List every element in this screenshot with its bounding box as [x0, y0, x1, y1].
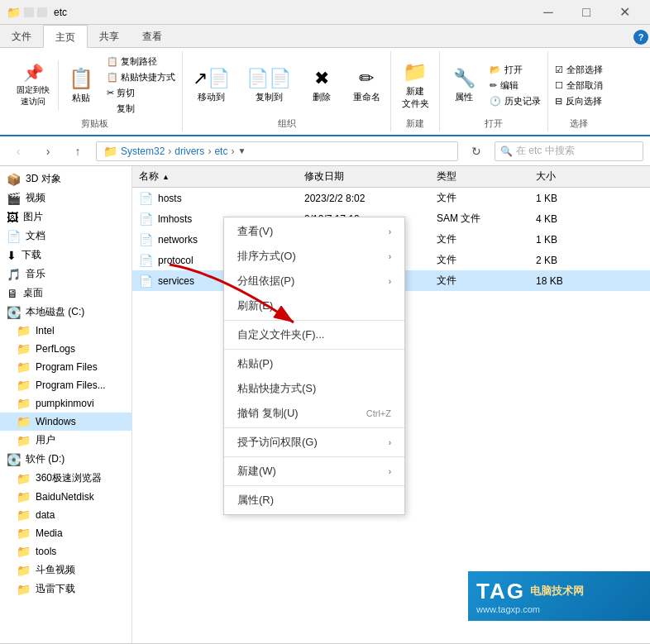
up-button[interactable]: ↑	[66, 140, 89, 163]
3d-icon: 📦	[7, 173, 21, 186]
sidebar-item-drive-c[interactable]: 💽 本地磁盘 (C:)	[0, 303, 131, 322]
path-dropdown-icon[interactable]: ▼	[237, 146, 246, 155]
minimize-button[interactable]: ─	[529, 0, 567, 25]
folder-data-icon: 📁	[17, 508, 31, 522]
folder-programfiles-icon: 📁	[17, 360, 31, 374]
sidebar-item-pictures[interactable]: 🖼 图片	[0, 208, 131, 227]
ctx-customize[interactable]: 自定义文件夹(F)...	[224, 322, 404, 347]
select-none-button[interactable]: ☐ 全部取消	[552, 79, 606, 93]
rename-button[interactable]: ✏ 重命名	[346, 64, 387, 107]
cut-button[interactable]: ✂ 剪切	[103, 86, 179, 100]
back-button[interactable]: ‹	[7, 140, 30, 163]
ctx-sort[interactable]: 排序方式(O) ›	[224, 244, 404, 269]
context-menu: 查看(V) › 排序方式(O) › 分组依据(P) › 刷新(E) 自定义文件夹…	[223, 217, 405, 515]
copy-to-button[interactable]: 📄📄 复制到	[240, 64, 298, 107]
file-icon: 📄	[139, 233, 153, 246]
sidebar-item-drive-d[interactable]: 💽 软件 (D:)	[0, 450, 131, 469]
sidebar-item-users[interactable]: 📁 用户	[0, 431, 131, 450]
sidebar-item-douyu[interactable]: 📁 斗鱼视频	[0, 561, 131, 580]
ribbon-group-new: 📁 新建 文件夹 新建	[391, 51, 440, 131]
tab-file[interactable]: 文件	[0, 25, 43, 47]
sidebar-item-downloads[interactable]: ⬇ 下载	[0, 246, 131, 265]
downloads-icon: ⬇	[7, 249, 17, 262]
ctx-refresh[interactable]: 刷新(E)	[224, 293, 404, 318]
sidebar-item-documents[interactable]: 📄 文档	[0, 227, 131, 246]
table-row[interactable]: 📄 hosts 2023/2/2 8:02 文件 1 KB	[132, 188, 650, 208]
move-to-button[interactable]: ↗📄 移动到	[186, 64, 237, 107]
sidebar-item-perflogs[interactable]: 📁 PerfLogs	[0, 340, 131, 358]
ctx-new[interactable]: 新建(W) ›	[224, 459, 404, 484]
sidebar-item-data[interactable]: 📁 data	[0, 506, 131, 524]
sidebar-item-video[interactable]: 🎬 视频	[0, 188, 131, 208]
folder-media-icon: 📁	[17, 527, 31, 540]
ctx-paste-shortcut[interactable]: 粘贴快捷方式(S)	[224, 376, 404, 401]
pin-to-quick-access-button[interactable]: 📌 固定到快 速访问	[10, 60, 56, 111]
sidebar-item-media[interactable]: 📁 Media	[0, 524, 131, 542]
tab-view[interactable]: 查看	[131, 25, 174, 47]
ctx-arrow-icon: ›	[389, 252, 391, 261]
ctx-paste[interactable]: 粘贴(P)	[224, 351, 404, 376]
tab-home[interactable]: 主页	[43, 25, 88, 48]
file-date: 2023/2/2 8:02	[298, 191, 430, 206]
sidebar-item-3d[interactable]: 📦 3D 对象	[0, 169, 131, 188]
tag-site-name: 电脑技术网	[530, 584, 584, 599]
sidebar-item-music[interactable]: 🎵 音乐	[0, 265, 131, 284]
sidebar-item-programfiles[interactable]: 📁 Program Files	[0, 358, 131, 376]
sidebar-item-baidu[interactable]: 📁 BaiduNetdisk	[0, 488, 131, 506]
sidebar-item-tools[interactable]: 📁 tools	[0, 542, 131, 561]
help-button[interactable]: ?	[633, 30, 648, 45]
path-part-etc[interactable]: etc	[214, 145, 227, 157]
path-part-system32[interactable]: System32	[121, 145, 165, 157]
refresh-button[interactable]: ↻	[465, 140, 488, 163]
copy-button[interactable]: 复制	[103, 102, 179, 116]
select-all-icon: ☑	[555, 64, 563, 75]
address-path[interactable]: 📁 System32 › drivers › etc › ▼	[96, 141, 458, 161]
sidebar-item-windows[interactable]: 📁 Windows	[0, 413, 131, 431]
edit-button[interactable]: ✏ 编辑	[486, 79, 544, 93]
path-part-drivers[interactable]: drivers	[174, 145, 204, 157]
file-icon: 📄	[139, 254, 153, 267]
sidebar-item-desktop[interactable]: 🖥 桌面	[0, 284, 131, 303]
invert-selection-button[interactable]: ⊟ 反向选择	[552, 94, 606, 108]
title-bar-title: etc	[54, 7, 529, 18]
open-button[interactable]: 📂 打开	[486, 63, 544, 77]
maximize-button[interactable]: □	[567, 0, 605, 25]
copy-to-icon: 📄📄	[246, 68, 291, 89]
sidebar-item-360[interactable]: 📁 360极速浏览器	[0, 469, 131, 488]
ctx-properties[interactable]: 属性(R)	[224, 488, 404, 513]
properties-button[interactable]: 🔧 属性	[443, 64, 485, 107]
new-folder-button[interactable]: 📁 新建 文件夹	[394, 57, 436, 113]
ctx-group[interactable]: 分组依据(P) ›	[224, 269, 404, 293]
forward-button[interactable]: ›	[36, 140, 60, 163]
folder-windows-icon: 📁	[17, 415, 31, 428]
close-button[interactable]: ✕	[605, 0, 643, 25]
history-icon: 🕐	[490, 96, 501, 107]
col-header-date[interactable]: 修改日期	[298, 168, 430, 185]
ribbon-tabs: 文件 主页 共享 查看 ?	[0, 25, 650, 48]
sidebar-item-xunlei[interactable]: 📁 迅雷下载	[0, 580, 131, 599]
delete-icon: ✖	[314, 68, 329, 89]
paste-button[interactable]: 📋 粘贴	[60, 64, 102, 107]
ctx-view[interactable]: 查看(V) ›	[224, 219, 404, 244]
paste-shortcut-button[interactable]: 📋 粘贴快捷方式	[103, 70, 179, 84]
folder-xunlei-icon: 📁	[17, 583, 31, 596]
file-icon: 📄	[139, 274, 153, 288]
folder-users-icon: 📁	[17, 434, 31, 447]
drive-c-icon: 💽	[7, 306, 21, 319]
sidebar-item-pumpkinmovi[interactable]: 📁 pumpkinmovi	[0, 394, 131, 413]
history-button[interactable]: 🕐 历史记录	[486, 94, 544, 108]
sidebar-item-intel[interactable]: 📁 Intel	[0, 322, 131, 340]
sidebar-item-programfilesx86[interactable]: 📁 Program Files...	[0, 376, 131, 394]
tab-share[interactable]: 共享	[88, 25, 131, 47]
ctx-undo[interactable]: 撤销 复制(U) Ctrl+Z	[224, 401, 404, 426]
file-list-header: 名称 ▲ 修改日期 类型 大小	[132, 166, 650, 188]
delete-button[interactable]: ✖ 删除	[301, 64, 342, 107]
ctx-grant-access[interactable]: 授予访问权限(G) ›	[224, 430, 404, 455]
select-all-button[interactable]: ☑ 全部选择	[552, 63, 606, 77]
col-header-name[interactable]: 名称 ▲	[132, 168, 298, 185]
col-header-size[interactable]: 大小	[529, 168, 595, 185]
video-icon: 🎬	[7, 192, 21, 205]
copy-path-button[interactable]: 📋 复制路径	[103, 55, 179, 69]
col-header-type[interactable]: 类型	[430, 168, 529, 185]
search-box[interactable]: 🔍 在 etc 中搜索	[495, 141, 643, 161]
